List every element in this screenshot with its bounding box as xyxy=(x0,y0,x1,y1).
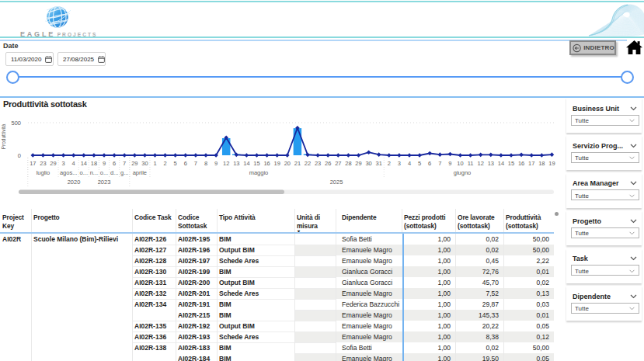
svg-text:14: 14 xyxy=(81,160,87,167)
svg-text:7: 7 xyxy=(194,160,197,167)
svg-text:30: 30 xyxy=(141,160,148,167)
svg-text:29: 29 xyxy=(50,160,56,167)
svg-text:maggio: maggio xyxy=(249,169,269,176)
svg-text:6: 6 xyxy=(428,160,431,167)
svg-text:5: 5 xyxy=(418,160,421,167)
svg-text:giugno: giugno xyxy=(454,169,472,176)
svg-text:11: 11 xyxy=(468,160,474,167)
svg-text:2023: 2023 xyxy=(98,179,111,186)
svg-text:23: 23 xyxy=(40,160,46,167)
svg-text:26: 26 xyxy=(325,160,331,167)
svg-text:1: 1 xyxy=(153,160,156,167)
svg-text:12: 12 xyxy=(478,160,484,167)
svg-text:6: 6 xyxy=(184,160,187,167)
svg-text:2025: 2025 xyxy=(330,179,343,186)
svg-text:21: 21 xyxy=(294,160,301,167)
svg-text:5: 5 xyxy=(174,160,177,167)
svg-text:16: 16 xyxy=(263,160,270,167)
svg-text:20: 20 xyxy=(284,160,291,167)
svg-text:agos...: agos... xyxy=(60,169,78,176)
svg-text:7: 7 xyxy=(438,160,441,167)
svg-text:12: 12 xyxy=(223,160,229,167)
svg-text:o...: o... xyxy=(100,169,108,176)
svg-text:luglio: luglio xyxy=(37,169,50,176)
svg-text:15: 15 xyxy=(508,160,514,167)
svg-text:g...: g... xyxy=(120,169,128,176)
svg-text:3: 3 xyxy=(62,160,65,167)
svg-text:9: 9 xyxy=(448,160,451,167)
svg-text:17: 17 xyxy=(30,160,36,167)
svg-text:10: 10 xyxy=(457,160,463,167)
svg-text:31: 31 xyxy=(376,160,382,167)
svg-text:9: 9 xyxy=(103,160,106,167)
svg-text:Produttività: Produttività xyxy=(1,123,6,149)
svg-text:3: 3 xyxy=(398,160,401,167)
svg-text:14: 14 xyxy=(498,160,504,167)
svg-text:13: 13 xyxy=(488,160,494,167)
svg-text:14: 14 xyxy=(243,160,249,167)
svg-text:17: 17 xyxy=(528,160,534,167)
svg-text:13: 13 xyxy=(233,160,239,167)
svg-text:22: 22 xyxy=(305,160,311,167)
svg-text:aprile: aprile xyxy=(133,169,147,176)
svg-text:n...: n... xyxy=(90,169,98,176)
svg-text:6: 6 xyxy=(113,160,116,167)
svg-text:500: 500 xyxy=(11,120,21,127)
svg-text:19: 19 xyxy=(548,160,555,167)
svg-text:9: 9 xyxy=(214,160,218,167)
svg-text:4: 4 xyxy=(72,160,75,167)
svg-text:27: 27 xyxy=(335,160,341,167)
svg-text:2020: 2020 xyxy=(68,179,81,186)
svg-text:15: 15 xyxy=(253,160,259,167)
svg-text:19: 19 xyxy=(274,160,280,167)
svg-text:29: 29 xyxy=(131,160,138,167)
svg-text:8: 8 xyxy=(204,160,207,167)
svg-text:28: 28 xyxy=(345,160,351,167)
svg-text:23: 23 xyxy=(315,160,321,167)
svg-text:o...: o... xyxy=(80,169,88,176)
svg-text:0: 0 xyxy=(18,152,21,159)
svg-text:29: 29 xyxy=(355,160,361,167)
svg-text:30: 30 xyxy=(365,160,371,167)
svg-text:d...: d... xyxy=(110,169,118,176)
svg-text:7: 7 xyxy=(123,160,126,167)
svg-text:18: 18 xyxy=(538,160,545,167)
svg-text:4: 4 xyxy=(408,160,411,167)
svg-text:18: 18 xyxy=(91,160,97,167)
svg-text:2: 2 xyxy=(388,160,391,167)
svg-text:2: 2 xyxy=(164,160,167,167)
svg-text:16: 16 xyxy=(518,160,524,167)
